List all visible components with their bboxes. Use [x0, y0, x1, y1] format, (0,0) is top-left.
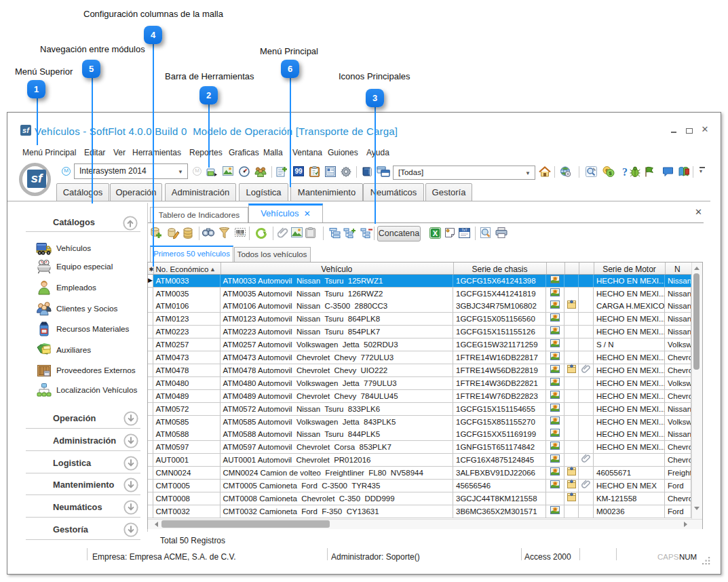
svg-text:12345: 12345 — [236, 233, 244, 236]
svg-text:$: $ — [609, 170, 612, 176]
svg-text:99: 99 — [294, 168, 303, 175]
svg-text:X: X — [433, 229, 438, 237]
svg-text:TxT: TxT — [462, 229, 467, 232]
svg-text:?: ? — [622, 166, 628, 177]
